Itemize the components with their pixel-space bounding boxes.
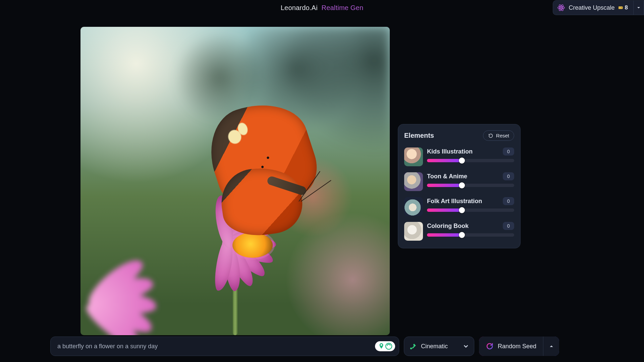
element-value: 0 [503, 147, 514, 156]
element-row: Toon & Anime 0 [404, 170, 514, 193]
caret-down-icon [637, 6, 641, 10]
random-seed-button[interactable]: Random Seed [479, 337, 543, 356]
seed-button-group: Random Seed [479, 337, 559, 356]
element-row: Folk Art Illustration 0 [404, 195, 514, 218]
grammar-check-icon [385, 343, 392, 350]
creative-upscale-more-button[interactable] [633, 0, 644, 15]
brand-name: Leonardo.Ai [281, 4, 318, 11]
element-slider[interactable] [427, 159, 514, 162]
app-title: Leonardo.Ai Realtime Gen [281, 4, 364, 12]
element-value: 0 [503, 197, 514, 205]
element-value: 0 [503, 172, 514, 180]
refresh-icon [486, 342, 494, 350]
element-row: Coloring Book 0 [404, 220, 514, 243]
prompt-wrap [50, 337, 399, 356]
elements-panel: Elements Reset Kids Illustration 0 Toon … [398, 124, 521, 248]
element-thumb [404, 172, 423, 191]
creative-upscale-label: Creative Upscale [569, 4, 614, 11]
style-select[interactable]: Cinematic [404, 337, 474, 356]
elements-header: Elements Reset [404, 130, 514, 141]
style-label: Cinematic [421, 343, 448, 350]
brush-icon [410, 343, 417, 350]
atom-icon [557, 4, 565, 12]
random-seed-label: Random Seed [498, 343, 536, 350]
element-row: Kids Illustration 0 [404, 145, 514, 168]
element-slider[interactable] [427, 208, 514, 212]
reset-icon [488, 133, 493, 138]
element-thumb [404, 222, 423, 241]
slider-knob[interactable] [459, 207, 465, 213]
element-name: Folk Art Illustration [427, 198, 482, 205]
app-header: Leonardo.Ai Realtime Gen Creative Upscal… [0, 0, 644, 15]
element-name: Kids Illustration [427, 148, 473, 155]
element-slider[interactable] [427, 233, 514, 237]
creative-upscale-button[interactable]: Creative Upscale 8 [553, 0, 633, 15]
svg-point-4 [621, 7, 622, 8]
prompt-input[interactable] [50, 337, 399, 356]
element-thumb [404, 197, 423, 216]
slider-knob[interactable] [459, 182, 465, 188]
elements-list: Kids Illustration 0 Toon & Anime 0 Folk … [404, 145, 514, 243]
elements-reset-button[interactable]: Reset [483, 130, 514, 141]
credits-icon [618, 5, 624, 10]
credits-chip: 8 [618, 4, 628, 11]
element-slider[interactable] [427, 184, 514, 187]
grammar-pin-icon [378, 343, 385, 350]
elements-title: Elements [404, 132, 434, 139]
element-thumb [404, 147, 423, 166]
caret-up-icon [549, 344, 554, 349]
slider-knob[interactable] [459, 232, 465, 238]
prompt-assist-icons[interactable] [375, 341, 395, 351]
element-name: Coloring Book [427, 223, 469, 230]
slider-knob[interactable] [459, 158, 465, 164]
chevron-down-icon [463, 344, 469, 349]
header-right: Creative Upscale 8 [553, 0, 644, 15]
mode-name: Realtime Gen [322, 4, 364, 11]
elements-reset-label: Reset [496, 133, 509, 138]
element-name: Toon & Anime [427, 173, 467, 180]
element-value: 0 [503, 222, 514, 230]
seed-more-button[interactable] [543, 337, 559, 356]
svg-point-6 [410, 348, 412, 350]
generated-image[interactable] [80, 27, 390, 335]
bottom-bar: Cinematic Random Seed [50, 337, 559, 356]
svg-point-0 [560, 7, 562, 8]
credits-value: 8 [625, 4, 628, 11]
